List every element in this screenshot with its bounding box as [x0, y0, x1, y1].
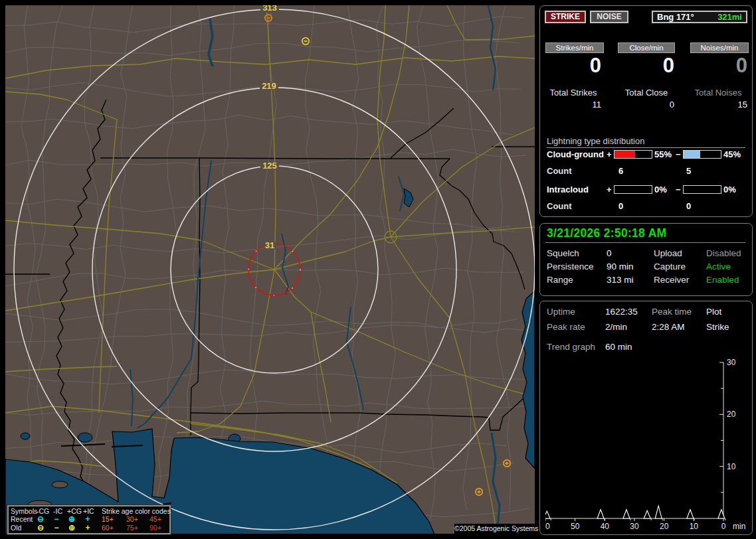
- squelch-label: Squelch: [547, 248, 579, 258]
- svg-text:40: 40: [601, 522, 610, 531]
- cg-positive-count: 6: [618, 166, 623, 176]
- legend-row-label: Old: [11, 524, 21, 532]
- cloud-ground-label: Cloud-ground: [547, 149, 604, 159]
- total-close-label: Total Close: [618, 88, 674, 98]
- ic-positive-pct: 0%: [654, 185, 667, 194]
- total-noises-value: 15: [690, 100, 747, 110]
- map-canvas: 313 219 125 31: [5, 5, 535, 534]
- cg-positive-pct: 55%: [654, 149, 672, 159]
- distribution-header: Lightning type distribution: [547, 136, 745, 148]
- total-strikes-label: Total Strikes: [545, 88, 601, 98]
- age-code-45: 45+: [149, 515, 161, 524]
- ic-negative-count: 0: [686, 201, 691, 211]
- minus-sign: −: [676, 185, 681, 194]
- svg-text:60: 60: [545, 522, 550, 531]
- peak-rate-value: 2/min: [605, 322, 627, 332]
- status-panel: 3/21/2026 2:50:18 AM Squelch 0 Upload Di…: [539, 223, 753, 296]
- bearing-distance: 321mi: [717, 12, 742, 22]
- total-strikes-value: 11: [545, 100, 601, 110]
- neg-cg-old-icon: ⊖: [35, 524, 46, 532]
- copyright: ©2005 Astrogenic Systems: [454, 524, 535, 534]
- datetime: 3/21/2026 2:50:18 AM: [547, 226, 666, 240]
- age-code-15: 15+: [102, 515, 114, 524]
- range-value: 313 mi: [607, 275, 634, 285]
- total-noises-label: Total Noises: [688, 88, 749, 98]
- intracloud-row: Intracloud + 0% − 0%: [540, 185, 752, 194]
- peak-time-value: 2:28 AM: [652, 322, 685, 332]
- strikes-rate-value: 0: [545, 54, 601, 78]
- bearing-readout: Bng 171° 321mi: [652, 11, 747, 23]
- plus-sign: +: [607, 185, 612, 194]
- close-per-min-chip[interactable]: Close/min: [618, 42, 675, 53]
- ic-negative-pct: 0%: [723, 185, 736, 194]
- noises-rate-value: 0: [690, 54, 747, 78]
- age-code-30: 30+: [126, 515, 138, 524]
- svg-text:10: 10: [727, 462, 736, 471]
- symbols-legend: Symbols -CG -IC +CG +IC Strike age color…: [7, 505, 171, 534]
- close-rate-value: 0: [618, 54, 674, 78]
- cg-negative-count: 5: [686, 166, 691, 176]
- legend-row-label: Recent: [11, 515, 33, 524]
- svg-text:min: min: [733, 522, 745, 531]
- receiver-label: Receiver: [654, 275, 689, 285]
- pos-ic-old-icon: +: [82, 524, 93, 532]
- upload-status: Disabled: [706, 248, 741, 258]
- plot-label: Plot: [706, 307, 721, 317]
- trend-panel: Uptime 1622:35 Peak time Plot Peak rate …: [539, 301, 753, 535]
- trend-graph[interactable]: 3020106050403020100min: [545, 357, 749, 531]
- svg-text:30: 30: [727, 358, 736, 367]
- upload-label: Upload: [654, 248, 682, 258]
- bearing-label: Bng 171°: [657, 12, 694, 22]
- age-code-90: 90+: [149, 524, 161, 532]
- cg-negative-bar: [683, 150, 721, 159]
- ic-negative-bar: [683, 185, 721, 194]
- trend-graph-period: 60 min: [605, 342, 632, 352]
- uptime-label: Uptime: [547, 307, 575, 317]
- age-code-75: 75+: [126, 524, 138, 532]
- uptime-value: 1622:35: [605, 307, 638, 317]
- capture-label: Capture: [654, 262, 686, 271]
- range-label: Range: [547, 275, 573, 285]
- datetime-divider: [545, 242, 745, 243]
- peak-rate-label: Peak rate: [547, 322, 585, 332]
- trend-graph-label: Trend graph: [547, 342, 595, 352]
- lightning-map[interactable]: 313 219 125 31 Symbols -CG -IC +CG +IC S…: [5, 5, 535, 534]
- svg-text:30: 30: [630, 522, 639, 531]
- strike-counters-panel: STRIKE NOISE Bng 171° 321mi Strikes/min …: [539, 5, 753, 217]
- total-close-value: 0: [618, 100, 674, 110]
- ic-positive-count: 0: [618, 201, 623, 211]
- strike-button[interactable]: STRIKE: [545, 11, 586, 23]
- minus-sign: −: [676, 149, 681, 159]
- neg-ic-old-icon: −: [51, 524, 62, 532]
- noise-button[interactable]: NOISE: [590, 11, 628, 23]
- capture-status: Active: [706, 262, 731, 271]
- cloud-ground-row: Cloud-ground + 55% − 45%: [540, 149, 752, 159]
- intracloud-label: Intracloud: [547, 185, 589, 194]
- svg-text:50: 50: [571, 522, 580, 531]
- receiver-status: Enabled: [706, 275, 739, 285]
- ic-positive-bar: [614, 185, 652, 194]
- noises-per-min-chip[interactable]: Noises/min: [690, 42, 749, 53]
- plus-sign: +: [607, 149, 612, 159]
- svg-text:20: 20: [660, 522, 669, 531]
- cg-negative-pct: 45%: [723, 149, 741, 159]
- persistence-value: 90 min: [607, 262, 634, 271]
- ring-label-313: 313: [262, 5, 277, 13]
- ring-label-31: 31: [265, 240, 274, 250]
- squelch-value: 0: [607, 248, 612, 258]
- count-label: Count: [547, 201, 572, 211]
- cg-positive-bar: [614, 150, 652, 159]
- ring-label-219: 219: [262, 81, 276, 91]
- legend-row-old: Old ⊖ − ⊕ + 60+ 75+ 90+: [9, 524, 169, 532]
- peak-time-label: Peak time: [652, 307, 692, 317]
- ring-label-125: 125: [262, 161, 277, 171]
- pos-cg-old-icon: ⊕: [66, 524, 77, 532]
- svg-text:0: 0: [721, 522, 726, 531]
- strikes-per-min-chip[interactable]: Strikes/min: [545, 42, 604, 53]
- persistence-label: Persistence: [547, 262, 594, 271]
- svg-text:10: 10: [690, 522, 699, 531]
- svg-text:20: 20: [727, 410, 736, 419]
- plot-value: Strike: [706, 322, 729, 332]
- count-label: Count: [547, 166, 572, 176]
- age-code-60: 60+: [102, 524, 114, 532]
